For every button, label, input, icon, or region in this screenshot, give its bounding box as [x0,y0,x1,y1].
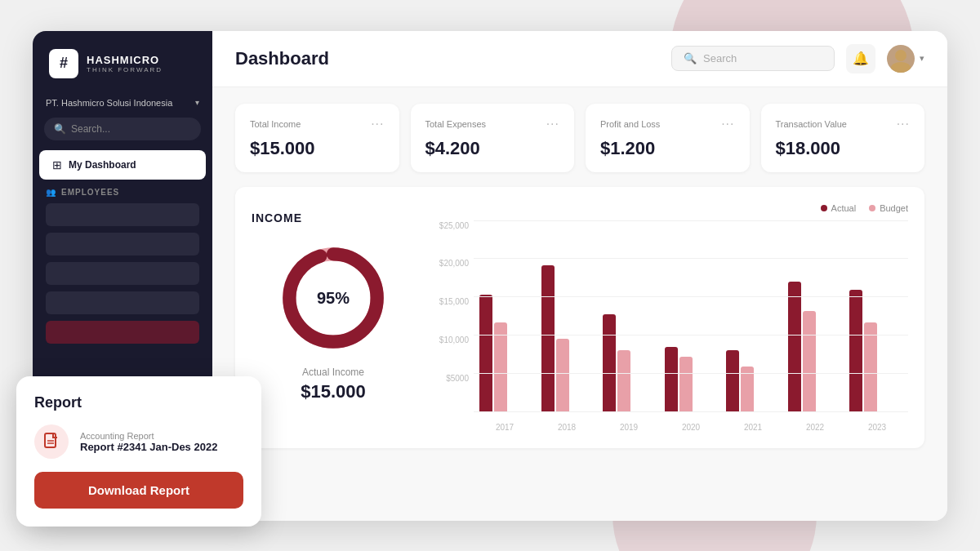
x-axis-label: 2019 [620,423,638,432]
legend-actual-label: Actual [831,203,857,213]
avatar [887,45,915,73]
stat-cards: Total Income ··· $15.000 Total Expenses … [235,104,924,172]
page-title: Dashboard [235,48,329,69]
sidebar-skeleton-1 [46,203,199,226]
report-item: Accounting Report Report #2341 Jan-Des 2… [34,424,243,459]
x-axis-label: 2023 [868,423,886,432]
sidebar-skeleton-4 [46,291,199,314]
svg-point-1 [891,62,911,73]
stat-options-button[interactable]: ··· [546,117,559,131]
y-axis: $25,000$20,000$15,000$10,000$5000 [431,221,474,412]
user-avatar-button[interactable]: ▾ [887,45,924,73]
stat-options-button[interactable]: ··· [897,117,910,131]
x-axis-label: 2021 [744,423,762,432]
stat-label: Profit and Loss [600,119,660,129]
dashboard-body: Total Income ··· $15.000 Total Expenses … [212,87,947,521]
section-label: EMPLOYEES [61,188,119,197]
stat-options-button[interactable]: ··· [721,117,734,131]
report-popup: Report Accounting Report Report #2341 Ja… [16,376,261,527]
grid-line [474,296,908,297]
grid-line [474,373,908,374]
stat-card-profit: Profit and Loss ··· $1.200 [586,104,750,172]
donut-label: Actual Income [302,367,364,378]
stat-value: $18.000 [776,138,911,159]
dashboard-icon: ⊞ [52,158,62,171]
logo-tagline: THINK FORWARD [87,66,163,73]
chart-title: INCOME [252,211,302,224]
x-axis-label: 2017 [496,423,514,432]
stat-label: Total Income [250,119,301,129]
notification-bell-button[interactable]: 🔔 [846,44,875,73]
stat-label: Transaction Value [776,119,847,129]
donut-center: 95% [317,288,350,307]
report-info: Accounting Report Report #2341 Jan-Des 2… [80,431,217,453]
chart-right: Actual Budget $25,000$20,000$15,000$10,0… [431,203,908,432]
bar-chart: $25,000$20,000$15,000$10,000$5000 201720… [431,221,908,432]
y-axis-label: $5000 [431,374,474,383]
legend-actual: Actual [821,203,857,213]
sidebar-skeleton-2 [46,233,199,256]
grid-line [474,258,908,259]
search-icon: 🔍 [54,123,66,135]
y-axis-label: $10,000 [431,335,474,344]
report-name: Report #2341 Jan-Des 2022 [80,441,217,453]
header-right: 🔍 🔔 ▾ [671,44,924,73]
report-type: Accounting Report [80,431,217,441]
header-search[interactable]: 🔍 [671,46,835,71]
stat-label: Total Expenses [425,119,487,129]
logo-text: HASHMICRO THINK FORWARD [87,54,163,73]
stat-options-button[interactable]: ··· [371,117,384,131]
sidebar-item-label: My Dashboard [69,159,136,171]
svg-point-0 [895,50,906,61]
sidebar-company[interactable]: PT. Hashmicro Solusi Indonesia ▾ [33,91,212,114]
grid-lines [474,221,908,412]
logo-icon: # [49,49,78,78]
bell-icon: 🔔 [853,51,869,66]
header-search-input[interactable] [703,52,822,64]
x-axis-label: 2020 [682,423,700,432]
chevron-down-icon: ▾ [195,98,199,107]
download-report-button[interactable]: Download Report [34,472,243,509]
grid-line [474,335,908,335]
main-content: Dashboard 🔍 🔔 ▾ [212,31,947,521]
donut-value: $15.000 [301,381,366,402]
y-axis-label: $15,000 [431,297,474,306]
chart-legend: Actual Budget [431,203,908,213]
stat-card-income: Total Income ··· $15.000 [235,104,399,172]
donut-percent: 95% [317,288,350,307]
y-axis-label: $20,000 [431,259,474,268]
search-icon: 🔍 [684,52,697,64]
header: Dashboard 🔍 🔔 ▾ [212,31,947,87]
legend-dot-actual [821,205,827,211]
x-axis-label: 2022 [806,423,824,432]
chart-left: INCOME 95% Actual Income $15.0 [252,203,415,432]
y-axis-label: $25,000 [431,221,474,230]
sidebar-section-employees: 👥 EMPLOYEES [33,181,212,200]
chevron-down-icon: ▾ [920,53,924,64]
stat-card-expenses: Total Expenses ··· $4.200 [411,104,575,172]
sidebar-item-dashboard[interactable]: ⊞ My Dashboard [39,150,206,180]
report-popup-title: Report [34,394,243,411]
sidebar-search-input[interactable] [71,123,191,135]
stat-value: $15.000 [250,138,385,159]
grid-line [474,411,908,412]
x-axis-label: 2018 [558,423,576,432]
employees-icon: 👥 [46,188,56,197]
sidebar-skeleton-3 [46,262,199,285]
company-name: PT. Hashmicro Solusi Indonesia [46,98,172,108]
chart-section: INCOME 95% Actual Income $15.0 [235,187,924,448]
x-labels: 2017201820192020202120222023 [474,423,908,432]
logo-brand: HASHMICRO [87,54,163,66]
legend-budget: Budget [869,203,908,213]
sidebar-logo: # HASHMICRO THINK FORWARD [33,31,212,91]
legend-dot-budget [869,205,875,211]
legend-budget-label: Budget [880,203,908,213]
sidebar-skeleton-5 [46,321,199,344]
stat-value: $4.200 [425,138,560,159]
donut-chart: 95% [276,241,390,355]
stat-value: $1.200 [600,138,735,159]
grid-line [474,220,908,221]
stat-card-transaction: Transaction Value ··· $18.000 [761,104,925,172]
report-file-icon [34,424,69,459]
sidebar-search[interactable]: 🔍 [44,118,201,140]
